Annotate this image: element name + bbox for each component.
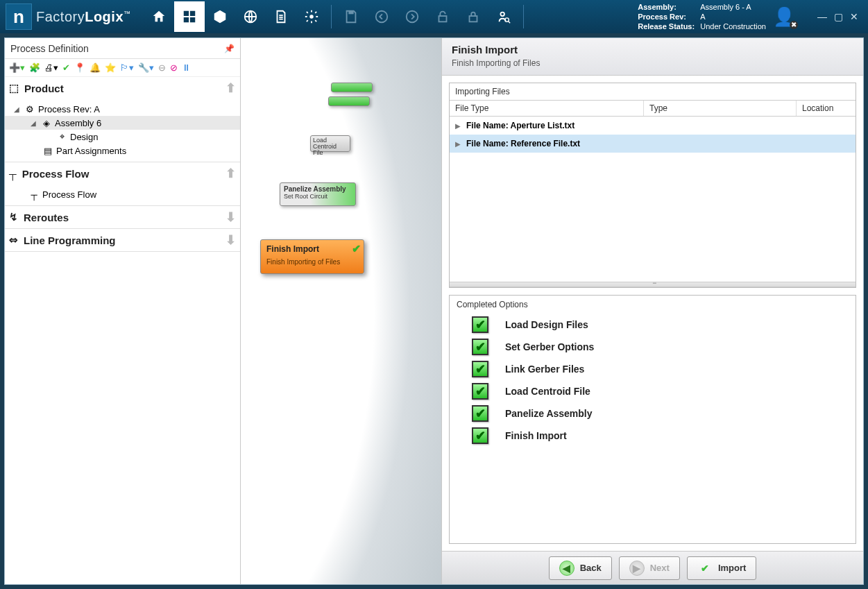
completed-option-row: ✔Panelize Assembly (457, 402, 849, 425)
next-button: ▶ Next (619, 556, 680, 580)
user-icon[interactable]: 👤 (773, 6, 795, 28)
check-icon: ✔ (472, 316, 488, 333)
tool-icon-9[interactable]: ⊘ (170, 62, 178, 73)
completed-option-row: ✔Link Gerber Files (457, 358, 849, 380)
tool-icon-1[interactable]: 🧩 (29, 62, 40, 73)
tree-design[interactable]: ⌖Design (5, 130, 240, 144)
section-process-flow-header[interactable]: ┬ Process Flow ⬆ (5, 162, 240, 185)
panel-mini-toolbar: ➕▾ 🧩 🖨▾ ✔ 📍 🔔 ⭐ 🏳▾ 🔧▾ ⊖ ⊘ ⏸ (5, 59, 240, 77)
chevron-down-icon: ⬇ (225, 232, 236, 248)
tool-icon-5[interactable]: ⭐ (105, 62, 116, 73)
search-person-icon[interactable] (488, 1, 519, 32)
check-icon: ✔ (472, 383, 488, 400)
tool-icon-4[interactable]: 🔔 (90, 62, 101, 73)
completed-caption: Completed Options (457, 300, 849, 309)
home-icon[interactable] (144, 1, 174, 32)
completed-option-label: Load Design Files (505, 319, 588, 330)
back-button[interactable]: ◀ Back (549, 556, 612, 580)
flow-node[interactable] (328, 96, 370, 106)
check-icon: ✔ (472, 361, 488, 377)
title-bar: n FactoryLogix™ Assembly:Assembly 6 - A … (0, 0, 868, 33)
chevron-up-icon: ⬆ (225, 166, 236, 181)
cube-icon: ⬚ (9, 82, 19, 94)
tool-icon-6[interactable]: 🏳▾ (120, 62, 134, 73)
check-icon: ✔ (472, 405, 488, 422)
svg-rect-5 (439, 16, 446, 22)
grid-row[interactable]: ▶ File Name: Aperture List.txt (450, 117, 856, 135)
nav-back-icon[interactable] (366, 1, 397, 32)
expand-icon[interactable]: ▶ (455, 122, 461, 130)
svg-point-7 (500, 12, 504, 16)
pin-icon[interactable]: 📌 (224, 44, 235, 53)
process-definition-panel: Process Definition 📌 ➕▾ 🧩 🖨▾ ✔ 📍 🔔 ⭐ 🏳▾ … (5, 38, 241, 584)
section-line-programming-header[interactable]: ⇔ Line Programming ⬇ (5, 229, 240, 251)
tree-process-flow-item[interactable]: ┬Process Flow (5, 187, 240, 201)
window-controls: — ▢ ✕ (808, 11, 868, 22)
flow-node[interactable] (331, 83, 373, 92)
product-tree: ◢⚙Process Rev: A ◢◈Assembly 6 ⌖Design ▤P… (5, 99, 240, 162)
import-button[interactable]: ✔ Import (687, 556, 756, 580)
flow-node-load-centroid[interactable]: Load Centroid File (310, 135, 350, 152)
nav-forward-icon[interactable] (397, 1, 427, 32)
check-icon: ✔ (472, 427, 488, 444)
completed-option-label: Panelize Assembly (505, 408, 593, 419)
col-location[interactable]: Location (797, 101, 856, 116)
chevron-down-icon: ⬇ (225, 210, 236, 225)
grid-row[interactable]: ▶ File Name: Reference File.txt (450, 135, 856, 153)
grid-header: File Type Type Location (450, 100, 856, 117)
tree-assembly[interactable]: ◢◈Assembly 6 (5, 116, 240, 130)
completed-option-row: ✔Load Centroid File (457, 380, 849, 402)
section-product-header[interactable]: ⬚ Product ⬆ (5, 77, 240, 99)
section-reroutes-header[interactable]: ↯ Reroutes ⬇ (5, 206, 240, 228)
svg-point-3 (375, 11, 387, 23)
importing-files-grid: Importing Files File Type Type Location … (449, 83, 856, 288)
completed-option-label: Load Centroid File (505, 386, 590, 397)
horizontal-splitter[interactable] (450, 282, 856, 287)
lock-icon[interactable] (458, 1, 488, 32)
panel-header: Process Definition 📌 (5, 38, 240, 59)
completed-option-row: ✔Load Design Files (457, 314, 849, 336)
gear-icon[interactable] (296, 1, 327, 32)
package-icon[interactable] (205, 1, 235, 32)
minimize-button[interactable]: — (817, 11, 827, 22)
tool-icon-10[interactable]: ⏸ (182, 62, 191, 73)
document-icon[interactable] (266, 1, 296, 32)
save-icon[interactable] (336, 1, 366, 32)
completed-option-label: Finish Import (505, 430, 567, 441)
svg-rect-2 (348, 11, 353, 15)
maximize-button[interactable]: ▢ (834, 11, 843, 22)
flow-node-panelize[interactable]: Panelize Assembly Set Root Circuit (280, 182, 356, 206)
app-body: Process Definition 📌 ➕▾ 🧩 🖨▾ ✔ 📍 🔔 ⭐ 🏳▾ … (4, 37, 864, 585)
reroute-icon: ↯ (9, 211, 18, 223)
unlock-icon[interactable] (427, 1, 458, 32)
section-line-programming: ⇔ Line Programming ⬇ (5, 229, 240, 252)
app-name: FactoryLogix™ (36, 9, 131, 25)
tool-icon-3[interactable]: 📍 (74, 62, 85, 73)
header-info: Assembly:Assembly 6 - A Process Rev:A Re… (631, 1, 773, 33)
tool-icon-7[interactable]: 🔧▾ (138, 62, 154, 73)
completed-option-label: Set Gerber Options (505, 341, 594, 352)
tree-process-rev[interactable]: ◢⚙Process Rev: A (5, 102, 240, 116)
svg-rect-6 (469, 16, 477, 22)
print-icon[interactable]: 🖨▾ (44, 62, 58, 73)
completed-option-label: Link Gerber Files (505, 364, 584, 375)
app-window: n FactoryLogix™ Assembly:Assembly 6 - A … (0, 0, 868, 589)
flow-node-finish-import[interactable]: ✔ Finish Import Finish Importing of File… (260, 239, 364, 274)
lineprog-icon: ⇔ (9, 234, 18, 246)
tool-icon-8[interactable]: ⊖ (158, 62, 166, 73)
col-type[interactable]: Type (644, 101, 797, 116)
expand-icon[interactable]: ▶ (455, 140, 461, 148)
col-file-type[interactable]: File Type (450, 101, 644, 116)
grid-icon[interactable] (174, 1, 205, 32)
wizard-footer: ◀ Back ▶ Next ✔ Import (442, 551, 863, 584)
flow-canvas[interactable]: Load Centroid File Panelize Assembly Set… (241, 38, 442, 584)
add-icon[interactable]: ➕▾ (9, 62, 25, 73)
svg-point-1 (309, 15, 314, 19)
globe-icon[interactable] (235, 1, 266, 32)
section-product: ⬚ Product ⬆ ◢⚙Process Rev: A ◢◈Assembly … (5, 77, 240, 162)
close-button[interactable]: ✕ (850, 11, 858, 22)
tool-icon-2[interactable]: ✔ (62, 62, 70, 73)
completed-options-box: Completed Options ✔Load Design Files✔Set… (449, 295, 856, 544)
tree-part-assignments[interactable]: ▤Part Assignments (5, 144, 240, 157)
detail-header: Finish Import Finish Importing of Files (442, 38, 863, 76)
